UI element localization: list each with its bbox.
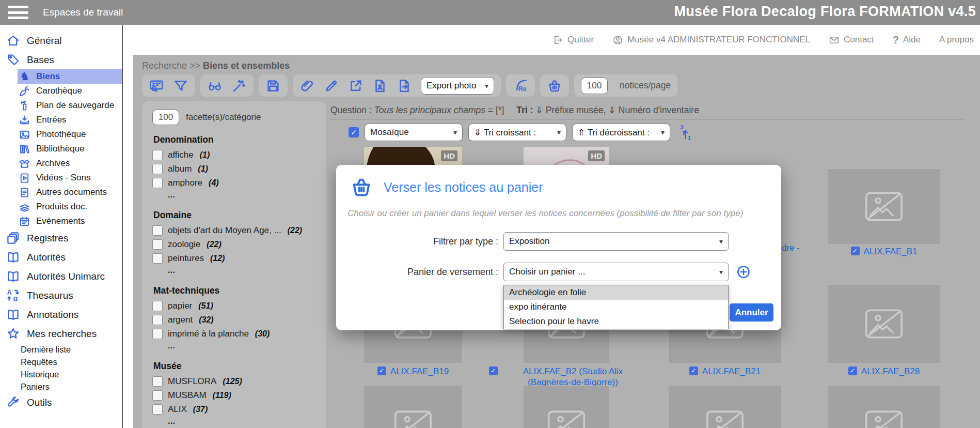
record-checkbox[interactable] bbox=[489, 366, 498, 375]
workspace-label[interactable]: Espaces de travail bbox=[43, 7, 123, 18]
result-thumbnail[interactable] bbox=[524, 386, 609, 428]
facet-item[interactable]: peintures(12) bbox=[152, 251, 326, 265]
feather-re-icon[interactable]: Re bbox=[513, 78, 528, 94]
numeric-sort-icon[interactable]: 321 bbox=[679, 124, 697, 141]
filter-type-select[interactable]: Exposition bbox=[503, 232, 729, 251]
select-all-checkbox[interactable] bbox=[349, 127, 359, 137]
checkbox[interactable] bbox=[152, 329, 163, 339]
sidebar-item-derniere-liste[interactable]: Dernière liste bbox=[0, 343, 122, 356]
sidebar-item-paniers[interactable]: Paniers bbox=[0, 380, 122, 393]
sidebar-item-bases[interactable]: Bases bbox=[0, 50, 122, 69]
sidebar-item-autorites[interactable]: Autorités bbox=[0, 248, 122, 267]
cancel-button[interactable]: Annuler bbox=[730, 303, 773, 322]
user-menu[interactable]: Musée v4 ADMINISTRATEUR FONCTIONNEL bbox=[612, 35, 810, 45]
result-label[interactable]: ALIX.FAE_B1 bbox=[828, 246, 940, 257]
contact-link[interactable]: Contact bbox=[829, 35, 874, 45]
record-checkbox[interactable] bbox=[848, 366, 857, 375]
sort-desc-select[interactable]: ⇑ Tri décroissant : bbox=[572, 124, 670, 141]
result-label[interactable]: ALIX.FAE_B19 bbox=[364, 366, 462, 377]
facet-item[interactable]: imprimé à la planche(30) bbox=[152, 327, 326, 341]
result-thumbnail[interactable] bbox=[669, 386, 781, 428]
facet-item[interactable]: ALIX(37) bbox=[152, 402, 326, 416]
result-label-fragment[interactable]: dre - bbox=[782, 243, 800, 253]
result-thumbnail[interactable] bbox=[828, 285, 940, 363]
facet-count-input[interactable] bbox=[152, 110, 179, 125]
sidebar-item-thesaurus[interactable]: AB Thesaurus bbox=[0, 286, 122, 305]
sidebar-item-registres[interactable]: Registres bbox=[0, 228, 122, 248]
record-checkbox[interactable] bbox=[689, 366, 698, 375]
magic-wand-icon[interactable] bbox=[231, 78, 247, 94]
sidebar-item-carotheque[interactable]: Carothèque bbox=[0, 84, 122, 98]
add-basket-icon[interactable] bbox=[736, 264, 751, 280]
facet-more[interactable]: ... bbox=[168, 190, 326, 201]
checkbox[interactable] bbox=[152, 253, 163, 264]
checkbox[interactable] bbox=[152, 164, 163, 174]
basket-option[interactable]: Archéologie en folie bbox=[504, 285, 728, 300]
facet-item[interactable]: zoologie(22) bbox=[152, 237, 326, 251]
sidebar-item-general[interactable]: Général bbox=[0, 31, 122, 50]
checkbox[interactable] bbox=[152, 390, 163, 401]
result-thumbnail[interactable] bbox=[828, 169, 940, 244]
filter-funnel-icon[interactable] bbox=[173, 78, 188, 94]
checkbox[interactable] bbox=[152, 301, 163, 311]
facet-more[interactable]: ... bbox=[168, 416, 326, 427]
result-thumbnail[interactable] bbox=[828, 386, 940, 428]
export-record-icon[interactable] bbox=[372, 78, 388, 94]
sidebar-item-biens[interactable]: ♞ Biens bbox=[18, 69, 122, 84]
sidebar-item-annotations[interactable]: Annotations bbox=[0, 305, 122, 324]
glasses-icon[interactable] bbox=[207, 78, 223, 94]
facet-more[interactable]: ... bbox=[168, 265, 326, 276]
basket-icon[interactable] bbox=[547, 78, 562, 94]
checkbox[interactable] bbox=[152, 225, 163, 236]
facet-item[interactable]: objets d'art du Moyen Age, ...(22) bbox=[152, 223, 326, 237]
external-link-icon[interactable] bbox=[348, 78, 363, 94]
sidebar-item-historique[interactable]: Historique bbox=[0, 368, 122, 380]
sidebar-item-produits-doc[interactable]: Produits doc. bbox=[0, 200, 122, 214]
facet-item[interactable]: affiche(1) bbox=[152, 148, 326, 162]
facet-item[interactable]: argent(32) bbox=[152, 313, 326, 327]
export-photo-select[interactable]: Export photo bbox=[421, 77, 494, 95]
sidebar-item-autres-documents[interactable]: Autres documents bbox=[0, 185, 122, 200]
sidebar-item-mes-recherches[interactable]: Mes recherches bbox=[0, 324, 122, 343]
result-label[interactable]: ALIX.FAE_B21 bbox=[669, 366, 781, 377]
sidebar-item-entrees[interactable]: Entrées bbox=[0, 113, 122, 127]
facet-item[interactable]: album(1) bbox=[152, 162, 326, 176]
search-form-icon[interactable] bbox=[149, 78, 164, 94]
facet-item[interactable]: papier(51) bbox=[152, 299, 326, 313]
edit-pencil-icon[interactable] bbox=[324, 78, 339, 94]
sidebar-item-outils[interactable]: Outils bbox=[0, 393, 122, 412]
quit-button[interactable]: Quitter bbox=[552, 35, 594, 45]
record-checkbox[interactable] bbox=[851, 247, 860, 255]
about-link[interactable]: A propos bbox=[939, 35, 974, 45]
facet-more[interactable]: ... bbox=[168, 341, 326, 351]
checkbox[interactable] bbox=[152, 178, 163, 188]
basket-select[interactable]: Choisir un panier ... bbox=[503, 263, 729, 281]
sort-asc-select[interactable]: ⇓ Tri croissant : bbox=[468, 124, 566, 141]
sidebar-item-evenements[interactable]: Evènements bbox=[0, 214, 122, 228]
sidebar-item-autorites-unimarc[interactable]: Autorités Unimarc bbox=[0, 267, 122, 286]
export-document-icon[interactable] bbox=[397, 78, 412, 94]
result-thumbnail[interactable] bbox=[364, 386, 462, 428]
notices-per-page-input[interactable] bbox=[581, 78, 608, 94]
basket-option[interactable]: expo itinérante bbox=[504, 300, 728, 314]
checkbox[interactable] bbox=[152, 404, 163, 415]
facet-item[interactable]: MUSBAM(119) bbox=[152, 388, 326, 402]
checkbox[interactable] bbox=[152, 315, 163, 325]
facet-item[interactable]: amphore(4) bbox=[152, 176, 326, 190]
hamburger-menu-icon[interactable] bbox=[8, 6, 28, 19]
sidebar-item-archives[interactable]: Archives bbox=[0, 156, 122, 171]
paperclip-icon[interactable] bbox=[299, 78, 315, 94]
sidebar-item-bibliotheque[interactable]: Bibliothèque bbox=[0, 142, 122, 156]
result-label[interactable]: ALIX.FAE_B2 (Studio Alix (Bagnères-de-Bi… bbox=[489, 366, 644, 388]
help-link[interactable]: ? Aide bbox=[893, 34, 921, 46]
checkbox[interactable] bbox=[152, 239, 163, 250]
checkbox[interactable] bbox=[152, 376, 163, 387]
sidebar-item-plan-sauvegarde[interactable]: Plan de sauvegarde bbox=[0, 98, 122, 113]
basket-option[interactable]: Selection pour le havre bbox=[504, 314, 728, 329]
view-mode-select[interactable]: Mosaïque bbox=[365, 124, 463, 141]
facet-item[interactable]: MUSFLORA(125) bbox=[152, 374, 326, 388]
sidebar-item-requetes[interactable]: Requêtes bbox=[0, 356, 122, 368]
sidebar-item-videos-sons[interactable]: Vidéos - Sons bbox=[0, 171, 122, 185]
record-checkbox[interactable] bbox=[377, 366, 386, 375]
result-label[interactable]: ALIX.FAE_B28 bbox=[828, 366, 940, 377]
